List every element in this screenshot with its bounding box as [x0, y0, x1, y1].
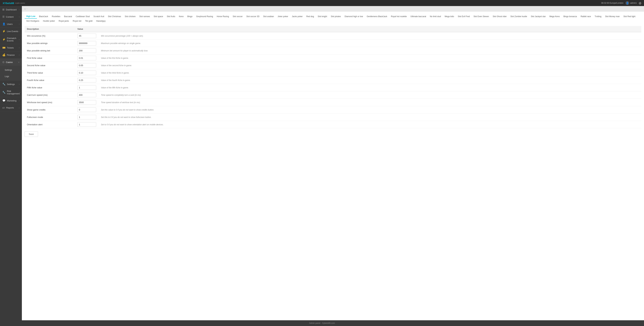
sidebar-item-casino-logs[interactable]: Logs [0, 73, 22, 80]
tickets-icon: 🎫 [2, 46, 6, 49]
col-description: Description [24, 26, 75, 32]
game-tab-ultimate-baccarat[interactable]: Ultimate baccarat [409, 14, 428, 19]
value-input-9[interactable] [77, 100, 96, 105]
game-tab-rabbit-race[interactable]: Rabbit race [579, 14, 592, 19]
game-tab-horse-racing[interactable]: Horse Racing [215, 14, 230, 19]
logo-title: XYbets88 [3, 2, 14, 4]
value-input-6[interactable] [77, 78, 96, 82]
game-tab-slot-ghost-rider[interactable]: Slot Ghost rider [491, 14, 508, 19]
table-row: Fourth fiche valueValue of the fourth fi… [24, 77, 641, 84]
game-tab-diamond-high-or-low[interactable]: Diamond high or low [343, 14, 365, 19]
game-tab-high-low[interactable]: High Low [24, 14, 37, 19]
casino-submenu: Settings Logs [0, 66, 22, 81]
game-tab-joker-poker[interactable]: Joker poker [276, 14, 290, 19]
game-tab-slot-pirates[interactable]: Slot pirates [329, 14, 342, 19]
reports-icon: 🏷 [2, 106, 5, 109]
game-tab-slot-zombie-hustle[interactable]: Slot Zombie hustle [509, 14, 529, 19]
game-tab-jacks-poker[interactable]: Jacks poker [290, 14, 304, 19]
game-tab-tiki-gold[interactable]: Tiki gold [83, 19, 94, 23]
casino-settings-label: Settings [5, 69, 12, 71]
game-tab-hustler-poker[interactable]: Hustler poker [41, 19, 56, 23]
game-tab-bingo-bonanza[interactable]: Bingo bonanza [562, 14, 578, 19]
row-hint: Value of the first fiche in-game. [98, 54, 641, 62]
game-tab-mega-keno[interactable]: Mega Keno [548, 14, 562, 19]
row-description: Max possible wining bet [24, 47, 75, 54]
settings-table: Description Value Win occurence (%)Win o… [24, 26, 641, 128]
game-tab-no-limit-stud[interactable]: No limit stud [428, 14, 443, 19]
value-input-3[interactable] [77, 56, 96, 60]
game-tab-slot-soccer-3d[interactable]: Slot soccer 3D [245, 14, 261, 19]
value-input-4[interactable] [77, 63, 96, 68]
game-tab-keno[interactable]: Keno [177, 14, 185, 19]
value-input-1[interactable] [77, 41, 96, 45]
game-tab-slot-red-light[interactable]: Slot Red light [622, 14, 637, 19]
game-tab-hasselguy[interactable]: Hasselguy [94, 19, 107, 23]
row-hint: Value of the third fiche in-game. [98, 69, 641, 77]
game-tab-slot-fruits[interactable]: Slot fruits [165, 14, 177, 19]
sidebar-item-marketing[interactable]: 💬 Marketing › [0, 97, 22, 104]
sidebar-item-casino-settings[interactable]: Settings [0, 67, 22, 73]
game-tab-slot-soccer[interactable]: Slot soccer [231, 14, 244, 19]
sidebar-item-label: Prematch Events [7, 37, 19, 42]
home-icon[interactable]: ⌂ [24, 7, 26, 10]
game-tab-slot-chicken[interactable]: Slot chicken [123, 14, 138, 19]
sidebar-item-live-events[interactable]: ⚡ Live Events › [0, 28, 22, 35]
value-input-2[interactable] [77, 48, 96, 53]
sidebar-item-casino[interactable]: ⊙ Casino ∨ [0, 59, 22, 66]
row-hint: Set this to 0 if you do not want to show… [98, 114, 641, 121]
row-hint: Time speed to completely turn a card (in… [98, 91, 641, 99]
save-button[interactable]: Save [24, 131, 38, 137]
topbar-right: 08:32:00 Europe/London 👤 admin1 ⏻ [601, 1, 641, 5]
game-tab-baccarat[interactable]: Baccarat [62, 14, 74, 19]
sidebar-item-prematch[interactable]: ⚡ Prematch Events › [0, 35, 22, 44]
game-tab-slot-christmas[interactable]: Slot Christmas [106, 14, 123, 19]
table-row: Max possible wining betMinimum bet amoun… [24, 47, 641, 54]
game-tab-slot-jackpot-star[interactable]: Slot Jackpot star [529, 14, 548, 19]
sidebar-item-settings[interactable]: 🔧 Settings › [0, 81, 22, 88]
row-hint: Win occurrence percentage (100 = always … [98, 32, 641, 40]
game-tab-royal-hot-roulette[interactable]: Royal hot roulette [389, 14, 408, 19]
game-tab-slot-arabian[interactable]: Slot arabian [262, 14, 276, 19]
game-tab-scratch-fruit[interactable]: Scratch fruit [92, 14, 106, 19]
game-tab-greyhound-racing[interactable]: Greyhound Racing [194, 14, 214, 19]
game-tab-red-dog[interactable]: Red dog [304, 14, 316, 19]
game-tab-slot-hooligans[interactable]: Slot Hooligans [24, 19, 41, 23]
game-tab-royal-jacks[interactable]: Royal jacks [57, 19, 71, 23]
sidebar-item-users[interactable]: 👤 Users › [0, 20, 22, 28]
value-input-12[interactable] [77, 122, 96, 127]
game-tab-slot-evil-fred[interactable]: Slot Evil Fred [456, 14, 472, 19]
game-tab-slot-money-man[interactable]: Slot Money man [604, 14, 622, 19]
game-tab-roulettes[interactable]: Roulettes [50, 14, 62, 19]
value-input-8[interactable] [77, 93, 96, 97]
game-tab-royal-red[interactable]: Royal red [71, 19, 83, 23]
sidebar-item-label: Tickets [7, 46, 14, 49]
game-tab-trotting[interactable]: Trotting [593, 14, 603, 19]
game-tab-caribbean-stud[interactable]: Caribbean Stud [74, 14, 91, 19]
value-input-0[interactable] [77, 34, 96, 38]
topbar-user: 👤 admin1 [626, 1, 637, 5]
value-input-7[interactable] [77, 85, 96, 90]
sidebar-item-risk[interactable]: 🔧 Risk management › [0, 88, 22, 97]
value-input-5[interactable] [77, 71, 96, 75]
sidebar-item-reports[interactable]: 🏷 Reports › [0, 104, 22, 111]
chevron-right-icon: › [19, 54, 20, 56]
sidebar-item-tickets[interactable]: 🎫 Tickets › [0, 44, 22, 51]
sidebar-item-dashboard[interactable]: ⊞ Dashboard › [0, 6, 22, 13]
sidebar-item-finance[interactable]: 💰 Finance › [0, 51, 22, 59]
content-area: High LowBlackJackRoulettesBaccaratCaribb… [22, 11, 644, 320]
value-input-10[interactable] [77, 108, 96, 112]
game-tab-blackjack[interactable]: BlackJack [37, 14, 50, 19]
game-tab-slot-even-steven[interactable]: Slot Even Steven [472, 14, 490, 19]
game-tab-bingo[interactable]: Bingo [186, 14, 194, 19]
game-tab-slot-space[interactable]: Slot space [152, 14, 165, 19]
sidebar-item-content[interactable]: ☰ Content › [0, 13, 22, 20]
game-tab-mega-lotto[interactable]: Mega lotto [443, 14, 456, 19]
game-tab-gentlemens-blackjack[interactable]: Gentlemens BlackJack [365, 14, 389, 19]
value-input-11[interactable] [77, 115, 96, 119]
sidebar-item-label: Finance [7, 54, 15, 56]
game-tab-slot-knight[interactable]: Slot knight [316, 14, 329, 19]
prematch-icon: ⚡ [2, 38, 6, 41]
sidebar-item-label: Live Events [7, 30, 18, 33]
logout-icon[interactable]: ⏻ [639, 2, 641, 4]
game-tab-slot-ramses[interactable]: Slot ramses [138, 14, 152, 19]
